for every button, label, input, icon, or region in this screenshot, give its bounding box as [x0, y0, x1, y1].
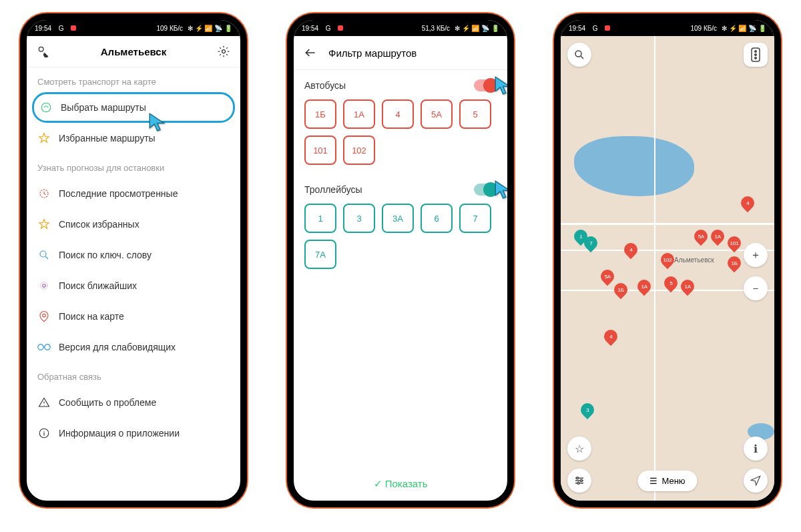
search-map-label: Поиск на карте [59, 311, 124, 322]
phone-map-view: 19:54 G 109 КБ/с ✻ ⚡ 📶 📡 🔋 Альметьевск 1… [554, 13, 781, 507]
vehicle-pin[interactable]: 5А [692, 227, 710, 246]
radar-icon [37, 279, 51, 292]
buses-label: Автобусы [304, 80, 346, 91]
vehicle-pin[interactable]: 4 [738, 194, 757, 212]
svg-point-5 [43, 284, 46, 288]
svg-point-7 [43, 314, 46, 317]
route-chip[interactable]: 3 [343, 204, 375, 233]
history-icon [37, 187, 51, 200]
route-chip[interactable]: 6 [421, 204, 453, 233]
select-routes-button[interactable]: Выбрать маршруты [32, 92, 235, 123]
svg-point-14 [754, 53, 757, 56]
report-item[interactable]: Сообщить о проблеме [27, 387, 240, 418]
zoom-in-button[interactable]: ＋ [744, 243, 768, 267]
svg-point-2 [41, 103, 51, 112]
accessible-label: Версия для слабовидящих [59, 342, 176, 352]
svg-point-1 [222, 50, 226, 53]
filter-title: Фильтр маршрутов [328, 47, 417, 59]
city-label: Альметьевск [674, 256, 714, 264]
status-bar: 19:54 G 109 КБ/с ✻ ⚡ 📶 📡 🔋 [561, 20, 774, 36]
map-search-button[interactable] [567, 43, 591, 67]
svg-point-0 [39, 47, 43, 51]
select-routes-label: Выбрать маршруты [61, 102, 146, 113]
favorite-routes-item[interactable]: Избранные маршруты [27, 123, 240, 154]
star-icon [37, 218, 51, 231]
fav-list-item[interactable]: Список избранных [27, 209, 240, 240]
section-transport-label: Смотреть транспорт на карте [27, 67, 240, 92]
menu-label: Меню [661, 476, 685, 486]
hamburger-icon: ☰ [649, 476, 657, 486]
route-chip[interactable]: 5А [421, 99, 453, 129]
route-chip[interactable]: 1 [304, 204, 336, 233]
route-chip[interactable]: 101 [304, 136, 336, 165]
warning-icon [37, 396, 51, 409]
favorites-button[interactable]: ☆ [567, 437, 591, 461]
traffic-light-button[interactable] [744, 43, 768, 67]
svg-point-8 [38, 344, 43, 350]
map-canvas[interactable]: Альметьевск 1 7 3 5А 4 1Б 1А 4 102 5 5А … [561, 36, 774, 501]
menu-button[interactable]: ☰ Меню [637, 471, 697, 491]
report-label: Сообщить о проблеме [59, 397, 156, 408]
back-icon[interactable] [303, 45, 318, 60]
pin-icon [37, 310, 51, 323]
vehicle-pin[interactable]: 5А [598, 267, 617, 286]
about-item[interactable]: Информация о приложении [27, 418, 240, 449]
filter-header: Фильтр маршрутов [294, 36, 507, 70]
search-nearby-label: Поиск ближайших [59, 280, 137, 291]
trolleys-grid: 1 3 3А 6 7 7А [304, 204, 497, 269]
vehicle-pin[interactable]: 4 [601, 327, 620, 346]
route-chip[interactable]: 102 [343, 136, 375, 165]
buses-grid: 1Б 1А 4 5А 5 101 102 [304, 99, 497, 165]
app-header: Альметьевск [27, 36, 240, 67]
vehicle-pin[interactable]: 1Б [725, 254, 744, 272]
route-chip[interactable]: 3А [382, 204, 414, 233]
vehicle-pin[interactable]: 3 [578, 401, 597, 419]
status-bar: 19:54 G 109 КБ/с ✻ ⚡ 📶 📡 🔋 [27, 20, 240, 36]
phone-main-menu: 19:54 G 109 КБ/с ✻ ⚡ 📶 📡 🔋 Альметьевск С… [20, 13, 247, 507]
route-chip[interactable]: 1А [343, 99, 375, 129]
vehicle-pin[interactable]: 1А [635, 277, 653, 296]
theme-toggle-icon[interactable] [36, 44, 51, 59]
phone-route-filter: 19:54 G 51,3 КБ/с ✻ ⚡ 📶 📡 🔋 Фильтр маршр… [287, 13, 514, 507]
star-icon [37, 131, 51, 145]
route-icon [39, 101, 53, 114]
filter-button[interactable] [567, 469, 591, 493]
route-chip[interactable]: 1Б [304, 99, 336, 129]
route-chip[interactable]: 5 [459, 99, 491, 129]
vehicle-pin[interactable]: 102 [658, 250, 677, 269]
trolleys-label: Троллейбусы [304, 184, 362, 195]
tutorial-cursor-icon [493, 178, 507, 197]
svg-point-13 [754, 50, 757, 53]
zoom-out-button[interactable]: － [744, 276, 768, 300]
recent-item[interactable]: Последние просмотренные [27, 178, 240, 209]
route-chip[interactable]: 4 [382, 99, 414, 129]
section-forecasts-label: Узнать прогнозы для остановки [27, 154, 240, 178]
svg-point-11 [575, 51, 581, 57]
settings-icon[interactable] [216, 44, 231, 59]
vehicle-pin[interactable]: 1Б [611, 280, 630, 299]
svg-point-17 [581, 480, 583, 482]
route-chip[interactable]: 7 [459, 204, 491, 233]
locate-button[interactable] [744, 469, 768, 493]
search-keyword-label: Поиск по ключ. слову [59, 250, 152, 260]
section-feedback-label: Обратная связь [27, 362, 240, 387]
accessible-item[interactable]: Версия для слабовидящих [27, 332, 240, 362]
tutorial-cursor-icon [147, 111, 166, 129]
search-map-item[interactable]: Поиск на карте [27, 301, 240, 332]
svg-point-4 [40, 251, 46, 257]
show-button[interactable]: Показать [294, 478, 507, 490]
vehicle-pin[interactable]: 1А [708, 227, 727, 246]
vehicle-pin[interactable]: 1А [678, 277, 697, 296]
search-keyword-item[interactable]: Поиск по ключ. слову [27, 240, 240, 270]
search-nearby-item[interactable]: Поиск ближайших [27, 270, 240, 301]
route-chip[interactable]: 7А [304, 240, 336, 269]
vehicle-pin[interactable]: 4 [621, 240, 640, 259]
info-icon [37, 427, 51, 440]
svg-point-9 [45, 344, 50, 350]
tutorial-cursor-icon [493, 74, 507, 93]
svg-point-15 [754, 57, 757, 59]
favorite-routes-label: Избранные маршруты [59, 133, 156, 144]
recent-label: Последние просмотренные [59, 188, 178, 199]
glasses-icon [37, 340, 51, 354]
info-button[interactable]: ℹ [744, 437, 768, 461]
